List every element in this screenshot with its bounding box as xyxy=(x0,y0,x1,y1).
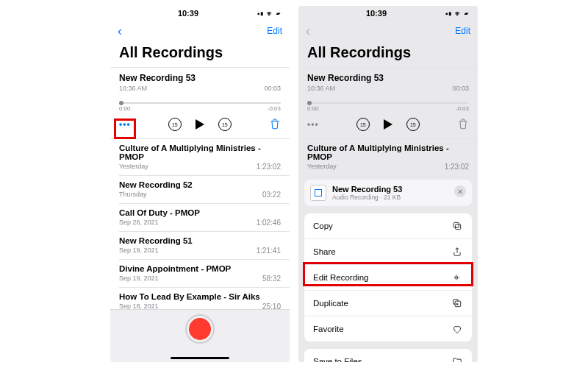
page-title: All Recordings xyxy=(110,41,290,67)
record-bar xyxy=(110,309,290,362)
status-time: 10:39 xyxy=(307,9,445,18)
expanded-recording: New Recording 53 10:36 AM 00:03 xyxy=(298,68,478,93)
nav-bar: ‹ Edit xyxy=(298,21,478,41)
phone-left: 10:39 ▪▮ ᯤ ▰ ‹ Edit All Recordings New R… xyxy=(110,6,290,362)
heart-icon xyxy=(451,323,463,335)
scrubber xyxy=(307,102,469,104)
page-title: All Recordings xyxy=(298,41,478,67)
status-indicators: ▪▮ ᯤ ▰ xyxy=(445,10,469,18)
more-options-icon[interactable]: ••• xyxy=(119,119,131,130)
home-indicator[interactable] xyxy=(171,357,229,359)
action-favorite[interactable]: Favorite xyxy=(304,316,472,342)
expanded-recording[interactable]: New Recording 53 10:36 AM 00:03 xyxy=(110,68,290,93)
list-item[interactable]: Culture of A Multiplying Ministries - PM… xyxy=(110,139,290,175)
scrub-end: -0:03 xyxy=(268,105,281,112)
player-controls: ••• 15 15 xyxy=(110,112,290,138)
action-duplicate[interactable]: Duplicate xyxy=(304,291,472,316)
list-item[interactable]: Call Of Duty - PMOP Sep 26, 20211:02:46 xyxy=(110,204,290,231)
svg-rect-1 xyxy=(453,222,459,227)
list-item[interactable]: New Recording 51 Sep 19, 20211:21:41 xyxy=(110,232,290,259)
skip-forward-icon: 15 xyxy=(406,118,420,131)
waveform-icon xyxy=(451,272,463,283)
list-item[interactable]: New Recording 52 Thursday03:22 xyxy=(110,176,290,203)
back-chevron-icon[interactable]: ‹ xyxy=(118,24,122,38)
action-group-2: Save to Files xyxy=(304,349,472,362)
more-options-icon: ••• xyxy=(307,119,319,130)
recording-name: New Recording 53 xyxy=(307,73,469,83)
scrub-start: 0:00 xyxy=(119,105,131,112)
status-time: 10:39 xyxy=(119,9,257,18)
skip-forward-icon[interactable]: 15 xyxy=(218,118,232,131)
share-icon xyxy=(451,246,463,258)
copy-icon xyxy=(451,220,463,232)
recording-duration: 00:03 xyxy=(452,85,469,92)
play-icon[interactable] xyxy=(193,118,207,131)
status-bar: 10:39 ▪▮ ᯤ ▰ xyxy=(110,6,290,21)
action-share[interactable]: Share xyxy=(304,239,472,265)
edit-button[interactable]: Edit xyxy=(267,26,282,36)
skip-back-icon: 15 xyxy=(356,118,370,131)
play-icon xyxy=(381,118,395,131)
edit-button: Edit xyxy=(455,26,470,36)
status-bar: 10:39 ▪▮ ᯤ ▰ xyxy=(298,6,478,21)
recording-time: 10:36 AM xyxy=(307,85,335,92)
recording-time: 10:36 AM xyxy=(119,85,147,92)
share-file-meta: Audio Recording · 21 KB xyxy=(332,194,402,201)
scrub-start: 0:00 xyxy=(307,105,319,112)
action-group: Copy Share Edit Recording Duplicate Favo… xyxy=(304,213,472,342)
player-controls: ••• 15 15 xyxy=(298,112,478,138)
trash-icon xyxy=(457,118,469,131)
action-copy[interactable]: Copy xyxy=(304,213,472,239)
share-sheet-header: New Recording 53 Audio Recording · 21 KB… xyxy=(304,180,472,206)
action-save-to-files[interactable]: Save to Files xyxy=(304,349,472,362)
status-indicators: ▪▮ ᯤ ▰ xyxy=(257,10,281,18)
trash-icon[interactable] xyxy=(269,118,281,131)
duplicate-icon xyxy=(451,297,463,309)
scrubber[interactable] xyxy=(119,102,281,104)
list-item[interactable]: Divine Appointment - PMOP Sep 19, 202158… xyxy=(110,260,290,287)
list-item: Culture of A Multiplying Ministries - PM… xyxy=(298,139,478,175)
phone-right: 10:39 ▪▮ ᯤ ▰ ‹ Edit All Recordings New R… xyxy=(298,6,478,362)
recording-name: New Recording 53 xyxy=(119,73,281,83)
svg-rect-0 xyxy=(456,224,461,230)
folder-icon xyxy=(451,355,463,362)
recording-duration: 00:03 xyxy=(264,85,281,92)
skip-back-icon[interactable]: 15 xyxy=(168,118,182,131)
share-file-name: New Recording 53 xyxy=(332,185,402,194)
scrub-end: -0:03 xyxy=(456,105,469,112)
record-button[interactable] xyxy=(185,314,215,344)
back-chevron-icon: ‹ xyxy=(306,24,310,38)
file-icon xyxy=(310,185,326,201)
nav-bar: ‹ Edit xyxy=(110,21,290,41)
action-edit-recording[interactable]: Edit Recording xyxy=(304,265,472,291)
close-icon[interactable]: ✕ xyxy=(454,185,466,197)
